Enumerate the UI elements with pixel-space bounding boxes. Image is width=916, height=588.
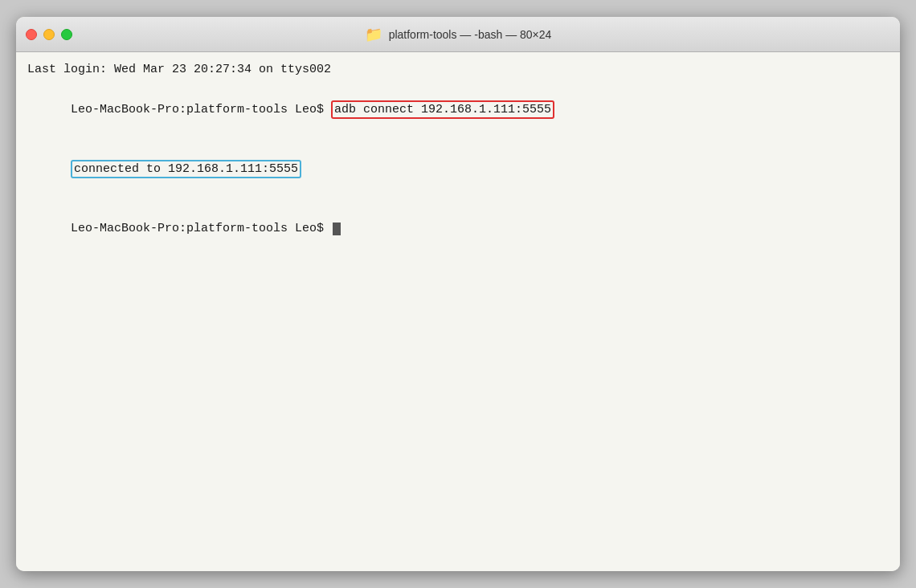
output-text: connected to 192.168.1.111:5555	[71, 160, 301, 178]
close-button[interactable]	[26, 29, 37, 40]
terminal-content[interactable]: Last login: Wed Mar 23 20:27:34 on ttys0…	[16, 52, 900, 571]
cursor	[333, 223, 341, 235]
window-title-area: 📁 platform-tools — -bash — 80×24	[365, 26, 552, 43]
minimize-button[interactable]	[43, 29, 55, 40]
terminal-window: 📁 platform-tools — -bash — 80×24 Last lo…	[16, 17, 900, 571]
titlebar: 📁 platform-tools — -bash — 80×24	[16, 17, 900, 52]
command-prompt: Leo-MacBook-Pro:platform-tools Leo$	[71, 103, 331, 116]
maximize-button[interactable]	[61, 29, 72, 40]
next-prompt-line: Leo-MacBook-Pro:platform-tools Leo$	[27, 199, 889, 259]
window-title: platform-tools — -bash — 80×24	[389, 28, 552, 41]
traffic-lights	[26, 29, 72, 40]
output-line: connected to 192.168.1.111:5555	[27, 140, 889, 199]
next-prompt: Leo-MacBook-Pro:platform-tools Leo$	[71, 222, 331, 235]
command-line: Leo-MacBook-Pro:platform-tools Leo$ adb …	[27, 80, 889, 140]
command-text: adb connect 192.168.1.111:5555	[331, 100, 554, 119]
last-login-line: Last login: Wed Mar 23 20:27:34 on ttys0…	[27, 60, 889, 80]
folder-icon: 📁	[365, 26, 382, 43]
